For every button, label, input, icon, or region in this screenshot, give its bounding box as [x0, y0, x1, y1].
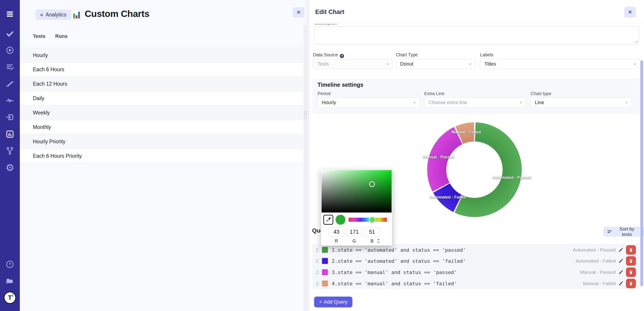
period-select[interactable]: Hourly ▾ — [318, 97, 420, 108]
color-format-toggle-icon[interactable] — [377, 238, 380, 244]
query-color-swatch[interactable] — [322, 269, 328, 275]
delete-query-button[interactable] — [626, 256, 636, 266]
tab-runs[interactable]: Runs — [55, 33, 68, 39]
sort-label: Sort by tests — [614, 226, 640, 237]
slice-label-manual-failed: Manual - Failed — [452, 130, 481, 135]
extra-line-select[interactable]: Choose extra line ▾ — [424, 97, 526, 108]
help-icon[interactable]: ? — [0, 258, 20, 271]
list-item[interactable]: Each 6 Hours Priority — [20, 149, 303, 163]
check-icon[interactable] — [0, 27, 20, 41]
chart-type-label: Chart Type — [396, 52, 418, 58]
steps-icon[interactable] — [0, 77, 20, 91]
query-row: 4.state == 'manual' and status == 'faile… — [312, 278, 641, 289]
slice-label-automated-passed: Automated - Passed — [492, 175, 531, 180]
list-item[interactable]: Weekly — [20, 106, 303, 120]
list-item[interactable]: Daily — [20, 91, 303, 106]
play-circle-icon[interactable] — [0, 44, 20, 57]
edit-pencil-icon[interactable] — [618, 247, 623, 252]
textarea-resize-grip[interactable] — [634, 40, 638, 43]
chart-list: Hourly Each 6 Hours Each 12 Hours Daily … — [20, 48, 303, 163]
data-source-label: Data Source? — [313, 52, 344, 58]
help-icon[interactable]: ? — [340, 54, 344, 58]
timeline-chart-type-label: Chart type — [530, 91, 551, 96]
folder-icon[interactable] — [0, 274, 20, 288]
list-item[interactable]: Each 12 Hours — [20, 77, 303, 91]
timeline-chart-type-value: Line — [535, 100, 544, 106]
query-label: Automated - Passed — [573, 247, 616, 253]
red-input[interactable] — [328, 227, 344, 237]
chart-description-textarea[interactable] — [314, 26, 639, 44]
chart-type-select[interactable]: Donut ▾ — [396, 59, 476, 69]
edit-pencil-icon[interactable] — [618, 258, 623, 263]
chevron-down-icon: ▾ — [470, 62, 471, 66]
panel-scrollbar-thumb[interactable] — [640, 60, 643, 286]
color-picker-popover: R G B — [321, 169, 392, 246]
delete-query-button[interactable] — [626, 279, 636, 288]
svg-text:?: ? — [9, 262, 11, 267]
gear-icon[interactable]: ⚙ — [0, 161, 20, 174]
page-title: Custom Charts — [85, 9, 149, 19]
hue-slider-handle[interactable] — [369, 216, 376, 223]
left-scrollbar-track[interactable] — [304, 25, 307, 311]
delete-query-button[interactable] — [626, 267, 636, 277]
plus-icon: + — [319, 299, 322, 305]
query-text[interactable]: 4.state == 'manual' and status == 'faile… — [332, 281, 457, 286]
labels-select[interactable]: Titles ▾ — [480, 59, 640, 69]
labels-label: Labels — [480, 52, 493, 58]
timeline-chart-type-select[interactable]: Line ▾ — [530, 97, 632, 108]
list-item[interactable]: Monthly — [20, 120, 303, 135]
branch-icon[interactable] — [0, 144, 20, 158]
delete-query-button[interactable] — [626, 245, 636, 255]
extra-line-label: Extra Line — [424, 91, 444, 96]
labels-value: Titles — [484, 61, 496, 67]
query-text[interactable]: 3.state == 'manual' and status == 'passe… — [332, 269, 457, 275]
chart-type-value: Donut — [400, 61, 414, 67]
period-label: Period — [318, 91, 330, 96]
app-logo[interactable]: T — [0, 291, 20, 304]
query-color-swatch[interactable] — [322, 280, 328, 286]
back-chevrons: « — [40, 12, 43, 18]
logo-t: T — [4, 292, 16, 304]
hue-slider[interactable] — [348, 218, 387, 222]
drag-handle-icon[interactable] — [316, 259, 319, 263]
saturation-area[interactable] — [322, 170, 392, 212]
edit-pencil-icon[interactable] — [618, 281, 623, 286]
query-color-swatch[interactable] — [322, 247, 328, 253]
query-row: 1.state == 'automated' and status == 'pa… — [312, 244, 641, 255]
list-check-icon[interactable] — [0, 60, 20, 74]
eyedropper-button[interactable] — [323, 215, 333, 225]
donut-chart: Automated - Passed Automated - Failed Ma… — [427, 122, 522, 217]
list-item[interactable]: Hourly Priority — [20, 135, 303, 149]
saturation-cursor[interactable] — [369, 181, 375, 187]
list-item[interactable]: Hourly — [20, 48, 303, 63]
query-text[interactable]: 1.state == 'automated' and status == 'pa… — [332, 247, 466, 253]
list-item[interactable]: Each 6 Hours — [20, 63, 303, 77]
pulse-icon[interactable] — [0, 94, 20, 107]
edit-pencil-icon[interactable] — [618, 270, 623, 275]
query-label: Automated - Failed — [576, 258, 616, 264]
tab-tests[interactable]: Tests — [33, 33, 46, 39]
sort-by-tests-button[interactable]: Sort by tests — [604, 227, 644, 237]
data-source-select[interactable]: Tests ▾ — [313, 59, 393, 69]
close-icon[interactable]: ✕ — [624, 7, 636, 18]
left-scrollbar-thumb[interactable] — [304, 111, 307, 119]
sort-icon — [608, 230, 612, 234]
query-color-swatch[interactable] — [322, 258, 328, 264]
close-icon[interactable]: ✕ — [293, 7, 304, 18]
import-icon[interactable] — [0, 110, 20, 124]
menu-icon[interactable] — [0, 7, 20, 21]
query-label: Manual - Failed — [583, 281, 616, 286]
blue-input[interactable] — [364, 227, 380, 237]
green-input[interactable] — [346, 227, 362, 237]
query-row: 2.state == 'automated' and status == 'fa… — [312, 255, 641, 267]
current-color-swatch — [336, 215, 346, 225]
analytics-back-button[interactable]: « Analytics — [36, 10, 71, 20]
drag-handle-icon[interactable] — [316, 270, 319, 275]
add-query-button[interactable]: + Add Query — [314, 296, 352, 307]
query-text[interactable]: 2.state == 'automated' and status == 'fa… — [332, 258, 466, 264]
drag-handle-icon[interactable] — [316, 281, 319, 286]
analytics-icon[interactable] — [0, 127, 20, 141]
drag-handle-icon[interactable] — [316, 248, 319, 252]
donut-hole — [446, 142, 502, 198]
chevron-down-icon: ▾ — [414, 101, 416, 105]
